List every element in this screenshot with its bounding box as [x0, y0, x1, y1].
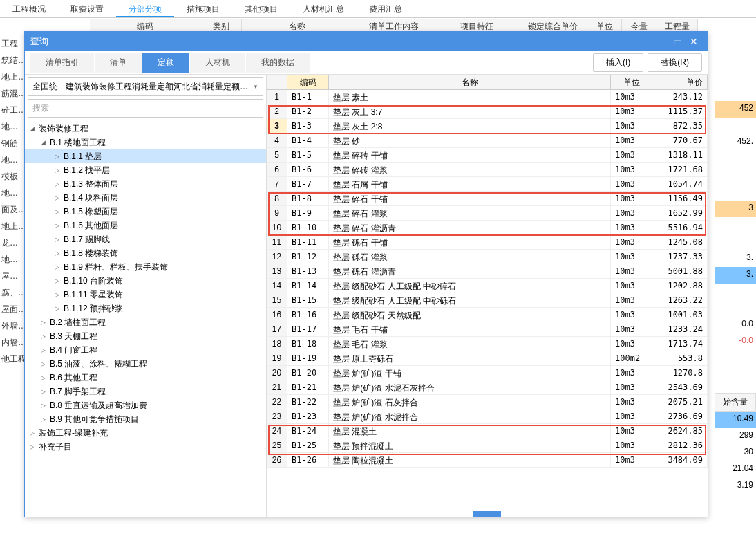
tree-item[interactable]: ▷B.4 门窗工程 [25, 343, 266, 357]
tree-item[interactable]: ◢B.1 楼地面工程 [25, 136, 266, 149]
expand-right-icon[interactable]: ▷ [53, 152, 61, 160]
tree-item[interactable]: ▷补充子目 [25, 440, 266, 454]
tree-item[interactable]: ▷B.2 墙柱面工程 [25, 315, 266, 329]
tree-item[interactable]: ▷B.1.11 零星装饰 [25, 288, 266, 302]
table-row[interactable]: 16B1-16垫层 级配砂石 天然级配10m31001.03 [267, 308, 708, 322]
table-row[interactable]: 25B1-25垫层 预拌混凝土10m32812.36 [267, 438, 708, 453]
col-price[interactable]: 单价 [652, 75, 708, 89]
main-tab-0[interactable]: 工程概况 [0, 0, 58, 17]
table-row[interactable]: 5B1-5垫层 碎砖 干铺10m31318.11 [267, 148, 708, 163]
left-side-item[interactable]: 筑结… [0, 51, 24, 68]
left-side-item[interactable]: 地… [0, 151, 24, 167]
left-side-item[interactable]: 模板 [0, 167, 24, 184]
expand-right-icon[interactable]: ▷ [39, 332, 47, 340]
table-row[interactable]: 2B1-2垫层 灰土 3:710m31115.37 [267, 104, 708, 119]
close-icon[interactable]: ✕ [686, 35, 702, 48]
table-row[interactable]: 8B1-8垫层 碎石 干铺10m31156.49 [267, 192, 708, 206]
main-tab-6[interactable]: 费用汇总 [357, 0, 415, 17]
tree-item[interactable]: ▷B.1.5 橡塑面层 [25, 205, 266, 219]
table-row[interactable]: 9B1-9垫层 碎石 灌浆10m31652.99 [267, 206, 708, 221]
expand-right-icon[interactable]: ▷ [53, 249, 61, 257]
expand-down-icon[interactable]: ◢ [28, 124, 36, 133]
dialog-tab-3[interactable]: 人材机 [190, 53, 245, 73]
expand-right-icon[interactable]: ▷ [53, 304, 61, 313]
tree-item[interactable]: ▷B.1.3 整体面层 [25, 177, 266, 191]
table-row[interactable]: 14B1-14垫层 级配砂石 人工级配 中砂碎石10m31202.88 [267, 279, 708, 293]
table-row[interactable]: 15B1-15垫层 级配砂石 人工级配 中砂砾石10m31263.22 [267, 293, 708, 308]
left-side-item[interactable]: 龙… [0, 234, 24, 250]
tree-item[interactable]: ▷B.9 其他可竞争措施项目 [25, 412, 266, 426]
expand-right-icon[interactable]: ▷ [53, 194, 61, 202]
tree-item[interactable]: ▷B.1.4 块料面层 [25, 191, 266, 205]
search-input[interactable]: 搜索 [28, 99, 263, 118]
tree-item[interactable]: ▷B.1.6 其他面层 [25, 219, 266, 232]
table-row[interactable]: 24B1-24垫层 混凝土10m32624.85 [267, 424, 708, 438]
left-side-item[interactable]: 地上… [0, 217, 24, 234]
expand-right-icon[interactable]: ▷ [28, 443, 36, 451]
tree-item[interactable]: ▷B.1.8 楼梯装饰 [25, 246, 266, 260]
table-row[interactable]: 3B1-3垫层 灰土 2:810m3872.35 [267, 119, 708, 133]
expand-right-icon[interactable]: ▷ [39, 387, 47, 396]
left-side-item[interactable]: 面及… [0, 201, 24, 217]
left-side-item[interactable]: 地… [0, 250, 24, 267]
table-row[interactable]: 22B1-22垫层 炉(矿)渣 石灰拌合10m32075.21 [267, 395, 708, 409]
expand-right-icon[interactable]: ▷ [53, 235, 61, 243]
tree-item[interactable]: ▷B.6 其他工程 [25, 371, 266, 385]
expand-right-icon[interactable]: ▷ [53, 277, 61, 285]
expand-right-icon[interactable]: ▷ [39, 415, 47, 423]
table-row[interactable]: 10B1-10垫层 碎石 灌沥青10m35516.94 [267, 221, 708, 235]
expand-right-icon[interactable]: ▷ [39, 360, 47, 368]
table-row[interactable]: 1B1-1垫层 素土10m3243.12 [267, 90, 708, 104]
table-row[interactable]: 20B1-20垫层 炉(矿)渣 干铺10m31270.8 [267, 366, 708, 380]
expand-right-icon[interactable]: ▷ [39, 373, 47, 382]
tree-item[interactable]: ▷B.1.9 栏杆、栏板、扶手装饰 [25, 260, 266, 274]
left-side-item[interactable]: 地… [0, 184, 24, 201]
tree-item[interactable]: ▷B.3 天棚工程 [25, 329, 266, 343]
expand-right-icon[interactable]: ▷ [39, 346, 47, 354]
left-side-item[interactable]: 内墙… [0, 333, 24, 350]
tree-item[interactable]: ▷B.1.12 预拌砂浆 [25, 302, 266, 315]
dialog-tab-2[interactable]: 定额 [142, 53, 189, 73]
main-tab-4[interactable]: 其他项目 [232, 0, 290, 17]
main-tab-5[interactable]: 人材机汇总 [290, 0, 357, 17]
expand-right-icon[interactable]: ▷ [53, 207, 61, 216]
dialog-tab-4[interactable]: 我的数据 [246, 53, 310, 73]
left-side-item[interactable]: 屋… [0, 267, 24, 284]
expand-right-icon[interactable]: ▷ [28, 429, 36, 437]
maximize-icon[interactable]: ▭ [669, 35, 686, 48]
tree-item[interactable]: ▷B.1.2 找平层 [25, 163, 266, 177]
left-side-item[interactable]: 工程 [0, 35, 24, 51]
tree-item[interactable]: ▷B.1.10 台阶装饰 [25, 274, 266, 288]
tree-item[interactable]: ▷B.1.7 踢脚线 [25, 232, 266, 246]
main-tab-2[interactable]: 分部分项 [116, 0, 174, 17]
quota-dropdown[interactable]: 全国统一建筑装饰装修工程消耗量定额河北省消耗量定额(20 ▼ [28, 77, 263, 96]
table-row[interactable]: 19B1-19垫层 原土夯砾石100m2553.8 [267, 351, 708, 366]
expand-right-icon[interactable]: ▷ [53, 263, 61, 271]
dialog-tab-0[interactable]: 清单指引 [30, 53, 94, 73]
expand-right-icon[interactable]: ▷ [39, 318, 47, 326]
tree-item[interactable]: ▷B.5 油漆、涂料、裱糊工程 [25, 357, 266, 371]
expand-right-icon[interactable]: ▷ [53, 166, 61, 174]
left-side-item[interactable]: 屋面… [0, 300, 24, 317]
expand-down-icon[interactable]: ◢ [39, 138, 47, 147]
expand-right-icon[interactable]: ▷ [53, 290, 61, 299]
tree-item[interactable]: ◢装饰装修工程 [25, 122, 266, 136]
table-row[interactable]: 21B1-21垫层 炉(矿)渣 水泥石灰拌合10m32543.69 [267, 380, 708, 395]
main-tab-3[interactable]: 措施项目 [174, 0, 232, 17]
expand-right-icon[interactable]: ▷ [39, 401, 47, 409]
table-row[interactable]: 4B1-4垫层 砂10m3770.67 [267, 133, 708, 148]
left-side-item[interactable]: 外墙… [0, 317, 24, 333]
table-row[interactable]: 17B1-17垫层 毛石 干铺10m31233.24 [267, 322, 708, 337]
scrollbar-indicator[interactable] [473, 511, 501, 517]
left-side-item[interactable]: 钢筋 [0, 134, 24, 151]
left-side-item[interactable]: 地上… [0, 68, 24, 84]
table-row[interactable]: 26B1-26垫层 陶粒混凝土10m33484.09 [267, 453, 708, 468]
col-code[interactable]: 编码 [287, 75, 329, 89]
left-side-item[interactable]: 他工程 [0, 350, 24, 367]
dialog-tab-1[interactable]: 清单 [95, 53, 142, 73]
left-side-item[interactable]: 砼工… [0, 101, 24, 118]
tree-item[interactable]: ▷B.1.1 垫层 [25, 149, 266, 163]
tree-item[interactable]: ▷B.7 脚手架工程 [25, 385, 266, 398]
left-side-item[interactable]: 地… [0, 118, 24, 134]
tree-item[interactable]: ▷装饰工程-绿建补充 [25, 426, 266, 440]
